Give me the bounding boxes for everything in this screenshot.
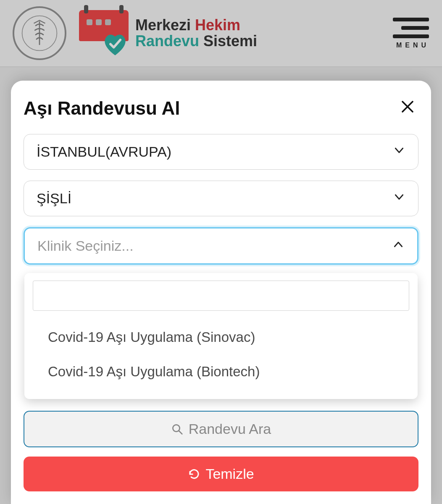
clear-button-label: Temizle: [205, 466, 254, 482]
district-select[interactable]: ŞİŞLİ: [24, 181, 418, 216]
clinic-placeholder: Klinik Seçiniz...: [37, 238, 134, 254]
search-appointment-button[interactable]: Randevu Ara: [24, 411, 418, 447]
search-button-label: Randevu Ara: [189, 421, 271, 437]
clinic-search-input[interactable]: [33, 281, 409, 311]
clinic-dropdown: Covid-19 Aşı Uygulama (Sinovac) Covid-19…: [24, 273, 418, 399]
chevron-down-icon: [393, 144, 405, 160]
close-icon: [400, 99, 415, 114]
chevron-down-icon: [393, 191, 405, 206]
province-value: İSTANBUL(AVRUPA): [37, 144, 171, 160]
clinic-option[interactable]: Covid-19 Aşı Uygulama (Biontech): [33, 354, 409, 389]
clear-button[interactable]: Temizle: [24, 457, 418, 491]
close-button[interactable]: [397, 97, 418, 119]
modal-overlay: Aşı Randevusu Al İSTANBUL(AVRUPA) ŞİŞLİ …: [0, 0, 442, 504]
refresh-icon: [188, 468, 200, 480]
district-value: ŞİŞLİ: [37, 190, 71, 207]
search-icon: [171, 423, 184, 436]
modal-header: Aşı Randevusu Al: [24, 97, 418, 119]
modal-title: Aşı Randevusu Al: [24, 98, 180, 119]
clinic-select[interactable]: Klinik Seçiniz...: [24, 227, 418, 265]
province-select[interactable]: İSTANBUL(AVRUPA): [24, 134, 418, 170]
clinic-option[interactable]: Covid-19 Aşı Uygulama (Sinovac): [33, 320, 409, 354]
vaccine-appointment-modal: Aşı Randevusu Al İSTANBUL(AVRUPA) ŞİŞLİ …: [11, 81, 431, 504]
chevron-up-icon: [392, 238, 405, 254]
